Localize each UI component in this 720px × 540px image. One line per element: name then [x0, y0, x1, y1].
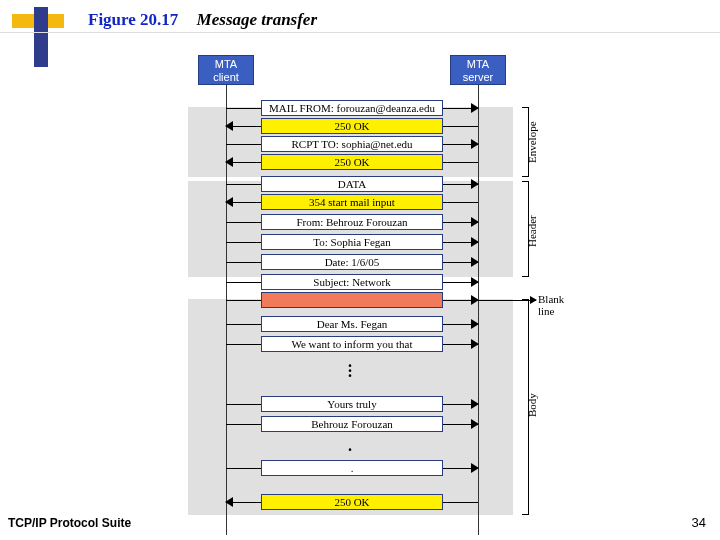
footer-text: TCP/IP Protocol Suite [8, 516, 131, 530]
label-envelope: Envelope [526, 147, 538, 163]
dot-icon: . [348, 437, 352, 455]
msg-250-ok-3: 250 OK [226, 493, 478, 511]
msg-blank-line [226, 291, 478, 309]
chip-date: Date: 1/6/05 [261, 254, 443, 270]
label-body: Body [526, 401, 538, 417]
page-number: 34 [692, 515, 706, 530]
chip-signature: Behrouz Forouzan [261, 416, 443, 432]
figure-number: Figure 20.17 [88, 10, 178, 29]
mta-client-box: MTAclient [198, 55, 254, 85]
chip-mail-from: MAIL FROM: forouzan@deanza.edu [261, 100, 443, 116]
diagram: MTAclient MTAserver Envelope Header Body… [180, 55, 560, 535]
title-rule [0, 32, 720, 33]
chip-354: 354 start mail input [261, 194, 443, 210]
label-header: Header [526, 231, 538, 247]
msg-date: Date: 1/6/05 [226, 253, 478, 271]
chip-from: From: Behrouz Forouzan [261, 214, 443, 230]
msg-rcpt-to: RCPT TO: sophia@net.edu [226, 135, 478, 153]
chip-250-ok-1: 250 OK [261, 118, 443, 134]
msg-354: 354 start mail input [226, 193, 478, 211]
msg-dot: . [226, 459, 478, 477]
slide-title: Figure 20.17 Message transfer [88, 10, 317, 30]
blank-line-arrow [478, 300, 536, 301]
chip-dot: . [261, 460, 443, 476]
msg-250-ok-1: 250 OK [226, 117, 478, 135]
chip-dear: Dear Ms. Fegan [261, 316, 443, 332]
msg-from: From: Behrouz Forouzan [226, 213, 478, 231]
chip-rcpt-to: RCPT TO: sophia@net.edu [261, 136, 443, 152]
blank-line-label: Blank line [538, 293, 564, 317]
decoration-bar-v [34, 7, 48, 67]
chip-inform: We want to inform you that [261, 336, 443, 352]
mta-server-label: MTAserver [463, 58, 494, 83]
chip-to: To: Sophia Fegan [261, 234, 443, 250]
mta-client-label: MTAclient [213, 58, 239, 83]
chip-blank-line [261, 292, 443, 308]
figure-caption: Message transfer [197, 10, 317, 29]
msg-to: To: Sophia Fegan [226, 233, 478, 251]
msg-mail-from: MAIL FROM: forouzan@deanza.edu [226, 99, 478, 117]
msg-data: DATA [226, 175, 478, 193]
mta-server-box: MTAserver [450, 55, 506, 85]
msg-subject: Subject: Network [226, 273, 478, 291]
msg-dear: Dear Ms. Fegan [226, 315, 478, 333]
msg-signature: Behrouz Forouzan [226, 415, 478, 433]
chip-250-ok-2: 250 OK [261, 154, 443, 170]
msg-inform: We want to inform you that [226, 335, 478, 353]
chip-yours: Yours truly [261, 396, 443, 412]
msg-yours: Yours truly [226, 395, 478, 413]
msg-250-ok-2: 250 OK [226, 153, 478, 171]
chip-subject: Subject: Network [261, 274, 443, 290]
ellipsis-icon: ... [348, 359, 352, 374]
chip-data: DATA [261, 176, 443, 192]
chip-250-ok-3: 250 OK [261, 494, 443, 510]
